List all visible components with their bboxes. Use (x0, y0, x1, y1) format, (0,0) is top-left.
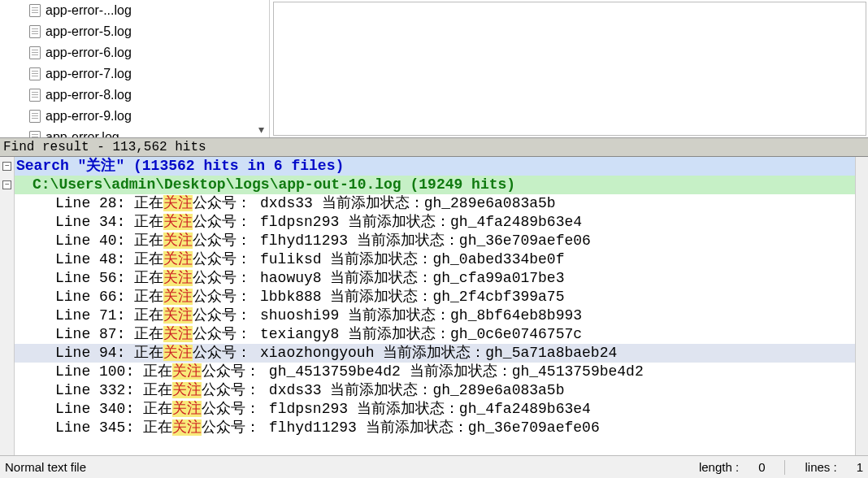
status-length-label: length : (699, 460, 739, 474)
highlight-match: 关注 (163, 345, 193, 361)
file-tree-item-label: app-error-8.log (46, 88, 132, 102)
result-line[interactable]: Line 71: 正在关注公众号： shuoshi99 当前添加状态：gh_8b… (15, 306, 868, 325)
file-tree[interactable]: app-error-...logapp-error-5.logapp-error… (0, 0, 270, 137)
highlight-match: 关注 (172, 382, 202, 398)
result-line-suffix: 公众号： fldpsn293 当前添加状态：gh_4fa2489b63e4 (202, 401, 591, 417)
result-line-suffix: 公众号： haowuy8 当前添加状态：gh_cfa99a017be3 (193, 270, 564, 286)
file-tree-item[interactable]: app-error-5.log (29, 21, 269, 42)
result-line-prefix: Line 48: 正在 (55, 251, 163, 267)
file-tree-item[interactable]: app-error-8.log (29, 85, 269, 106)
result-line-suffix: 公众号： gh_4513759be4d2 当前添加状态：gh_4513759be… (202, 363, 644, 380)
file-tree-item[interactable]: app-error-7.log (29, 63, 269, 85)
file-icon (29, 4, 41, 17)
file-tree-item-label: app-error-7.log (46, 67, 132, 81)
file-icon (29, 131, 41, 137)
search-results-panel[interactable]: − − Search "关注" (113562 hits in 6 files)… (0, 157, 868, 455)
highlight-match: 关注 (172, 419, 202, 436)
result-line-prefix: Line 66: 正在 (55, 289, 163, 305)
highlight-match: 关注 (163, 232, 193, 249)
highlight-match: 关注 (163, 195, 193, 211)
result-line[interactable]: Line 40: 正在关注公众号： flhyd11293 当前添加状态：gh_3… (15, 232, 868, 250)
result-line[interactable]: Line 48: 正在关注公众号： fuliksd 当前添加状态：gh_0abe… (15, 250, 868, 269)
file-icon (29, 110, 41, 123)
file-tree-item-label: app-error-5.log (46, 24, 132, 39)
status-length-value: 0 (758, 460, 765, 474)
vertical-scrollbar[interactable] (855, 157, 868, 455)
file-icon (29, 25, 41, 38)
result-line-suffix: 公众号： dxds33 当前添加状态：gh_289e6a083a5b (202, 382, 564, 398)
result-line-suffix: 公众号： flhyd11293 当前添加状态：gh_36e709aefe06 (202, 419, 600, 436)
result-line-suffix: 公众号： shuoshi99 当前添加状态：gh_8bf64eb8b993 (193, 307, 582, 324)
result-line[interactable]: Line 94: 正在关注公众号： xiaozhongyouh 当前添加状态：g… (15, 344, 868, 363)
status-bar: Normal text file length : 0 lines : 1 (0, 455, 868, 478)
file-tree-item-label: app-error-...log (46, 3, 132, 18)
file-tree-item[interactable]: app-error-9.log (29, 106, 269, 127)
file-icon (29, 89, 41, 102)
result-line[interactable]: Line 332: 正在关注公众号： dxds33 当前添加状态：gh_289e… (15, 381, 868, 400)
file-tree-item[interactable]: app-error-6.log (29, 42, 269, 63)
status-lines-value: 1 (857, 460, 863, 474)
file-tree-item-label: app-error-6.log (46, 46, 132, 60)
file-tree-item-label: app-error.log (46, 130, 119, 137)
scroll-down-icon[interactable]: ▾ (254, 123, 267, 136)
result-line-suffix: 公众号： fuliksd 当前添加状态：gh_0abed334be0f (193, 251, 564, 267)
result-line-prefix: Line 94: 正在 (55, 345, 163, 361)
status-mode: Normal text file (5, 460, 86, 474)
result-line[interactable]: Line 345: 正在关注公众号： flhyd11293 当前添加状态：gh_… (15, 419, 868, 437)
result-line-prefix: Line 56: 正在 (55, 270, 163, 286)
result-line-prefix: Line 34: 正在 (55, 214, 163, 230)
editor-empty-pane (273, 2, 866, 136)
file-tree-item[interactable]: app-error-...log (29, 0, 269, 21)
file-icon (29, 46, 41, 59)
result-line-prefix: Line 28: 正在 (55, 195, 163, 211)
file-tree-item[interactable]: app-error.log (29, 127, 269, 137)
highlight-match: 关注 (163, 326, 193, 342)
highlight-match: 关注 (163, 307, 193, 324)
highlight-match: 关注 (163, 270, 193, 286)
result-line-prefix: Line 345: 正在 (55, 419, 172, 436)
result-line[interactable]: Line 66: 正在关注公众号： lbbk888 当前添加状态：gh_2f4c… (15, 288, 868, 306)
highlight-match: 关注 (163, 214, 193, 230)
highlight-match: 关注 (172, 401, 202, 417)
result-line-suffix: 公众号： texiangy8 当前添加状态：gh_0c6e0746757c (193, 326, 582, 342)
result-line-prefix: Line 71: 正在 (55, 307, 163, 324)
result-line-prefix: Line 100: 正在 (55, 363, 172, 380)
file-icon (29, 67, 41, 80)
result-line-suffix: 公众号： fldpsn293 当前添加状态：gh_4fa2489b63e4 (193, 214, 582, 230)
result-line-prefix: Line 40: 正在 (55, 232, 163, 249)
result-line[interactable]: Line 28: 正在关注公众号： dxds33 当前添加状态：gh_289e6… (15, 194, 868, 213)
result-line-suffix: 公众号： flhyd11293 当前添加状态：gh_36e709aefe06 (193, 232, 591, 249)
result-line-suffix: 公众号： lbbk888 当前添加状态：gh_2f4cbf399a75 (193, 289, 564, 305)
fold-gutter[interactable]: − − (0, 157, 15, 455)
file-tree-item-label: app-error-9.log (46, 109, 132, 124)
fold-toggle-icon[interactable]: − (2, 180, 11, 189)
highlight-match: 关注 (172, 363, 202, 380)
result-line-prefix: Line 340: 正在 (55, 401, 172, 417)
result-line[interactable]: Line 100: 正在关注公众号： gh_4513759be4d2 当前添加状… (15, 363, 868, 381)
highlight-match: 关注 (163, 251, 193, 267)
find-result-header: Find result - 113,562 hits (0, 138, 868, 157)
result-line[interactable]: Line 34: 正在关注公众号： fldpsn293 当前添加状态：gh_4f… (15, 213, 868, 232)
result-line[interactable]: Line 87: 正在关注公众号： texiangy8 当前添加状态：gh_0c… (15, 325, 868, 344)
file-summary-row[interactable]: C:\Users\admin\Desktop\logs\app-out-10.l… (15, 176, 868, 194)
result-line-suffix: 公众号： dxds33 当前添加状态：gh_289e6a083a5b (193, 195, 555, 211)
result-line-suffix: 公众号： xiaozhongyouh 当前添加状态：gh_5a71a8baeb2… (193, 345, 617, 361)
result-line-prefix: Line 332: 正在 (55, 382, 172, 398)
result-line[interactable]: Line 56: 正在关注公众号： haowuy8 当前添加状态：gh_cfa9… (15, 269, 868, 288)
result-line[interactable]: Line 340: 正在关注公众号： fldpsn293 当前添加状态：gh_4… (15, 400, 868, 419)
highlight-match: 关注 (163, 289, 193, 305)
status-lines-label: lines : (805, 460, 836, 474)
result-line-prefix: Line 87: 正在 (55, 326, 163, 342)
fold-toggle-icon[interactable]: − (2, 162, 11, 171)
search-summary-row[interactable]: Search "关注" (113562 hits in 6 files) (15, 157, 868, 176)
